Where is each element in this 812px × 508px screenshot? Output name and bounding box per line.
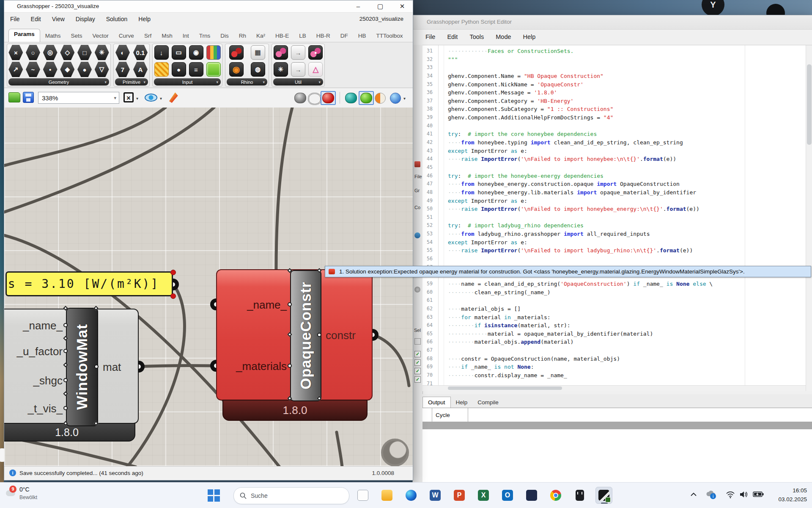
strip-checkbox-2[interactable]: ✓ <box>414 359 421 366</box>
code-line-63[interactable]: 63····for material in _materials: <box>422 313 806 322</box>
gh-canvas[interactable]: ws = 3.10 [W/(m²K)] 1.8.0 WindowMat _nam… <box>4 108 413 466</box>
code-line-45[interactable]: 45 <box>422 163 806 172</box>
gh-tab-df[interactable]: DF <box>335 31 353 42</box>
component-icon-input-1-1[interactable]: ● <box>172 62 186 77</box>
component-icon-util-0-0[interactable] <box>274 45 288 60</box>
editor-tab-help[interactable]: Help <box>451 397 473 408</box>
code-line-31[interactable]: 31············Faces or ConstructionSets. <box>422 47 806 55</box>
code-line-59[interactable]: 59····name = clean_and_id_ep_string('Opa… <box>422 280 806 288</box>
code-line-37[interactable]: 37ghenv.Component.Category = 'HB-Energy' <box>422 97 806 105</box>
display-mode-icon[interactable] <box>390 93 401 104</box>
gh-tab-rh[interactable]: Rh <box>234 31 251 42</box>
preview-dropdown-icon[interactable]: ▾ <box>160 96 162 101</box>
taskbar-app-rhino-grasshopper[interactable] <box>595 487 612 504</box>
taskbar-app-powerpoint[interactable]: P <box>451 487 468 504</box>
taskbar-app-connector[interactable] <box>571 487 588 504</box>
code-line-52[interactable]: 52try: # import ladybug_rhino dependenci… <box>422 221 806 230</box>
code-line-55[interactable]: 55····raise ImportError('\nFailed to imp… <box>422 246 806 255</box>
taskbar-app-chrome[interactable] <box>547 487 564 504</box>
toolbar-group-label-util[interactable]: Util▾ <box>273 78 323 86</box>
component-icon-primitive-0-1[interactable]: 0.1 <box>133 45 148 60</box>
gh-tab-params[interactable]: Params <box>8 29 40 42</box>
windowmat-input-tvis[interactable]: _t_vis_ <box>4 402 63 415</box>
code-line-47[interactable]: 47····from honeybee_energy.construction.… <box>422 180 806 188</box>
code-line-46[interactable]: 46try: # import the honeybee-energy depe… <box>422 172 806 180</box>
editor-titlebar[interactable]: Grasshopper Python Script Editor <box>413 15 812 30</box>
editor-menu-help[interactable]: Help <box>523 33 536 40</box>
code-editor[interactable]: 31············Faces or ConstructionSets.… <box>422 45 812 391</box>
gh-menu-edit[interactable]: Edit <box>31 16 41 22</box>
component-icon-geometry-1-2[interactable]: • <box>43 62 58 77</box>
taskbar-app-file-explorer[interactable] <box>379 487 395 504</box>
gh-tab-srf[interactable]: Srf <box>139 31 156 42</box>
code-line-33[interactable]: 33 <box>422 64 806 72</box>
editor-menu-file[interactable]: File <box>425 33 435 40</box>
component-icon-input-0-2[interactable]: ◉ <box>189 45 203 60</box>
tray-chevron-up-icon[interactable] <box>690 491 697 499</box>
taskbar-app-notes-app[interactable] <box>523 487 540 504</box>
code-line-49[interactable]: 49except ImportError as e: <box>422 197 806 205</box>
component-icon-geometry-0-0[interactable]: × <box>8 45 23 60</box>
code-line-40[interactable]: 40 <box>422 122 806 130</box>
component-icon-primitive-1-0[interactable]: 7 <box>115 62 130 77</box>
component-icon-util-0-2[interactable]: • <box>308 45 323 60</box>
paint-brush-icon[interactable] <box>167 92 178 103</box>
solution-error-bar[interactable]: 1. Solution exception:Expected opaque en… <box>325 266 811 277</box>
clock[interactable]: 16:05 03.02.2025 <box>760 486 807 504</box>
gh-tab-tttoolbox[interactable]: TTToolbox <box>371 31 408 42</box>
component-icon-primitive-1-1[interactable]: A <box>133 62 148 77</box>
code-line-68[interactable]: 68····constr = OpaqueConstruction(name, … <box>422 355 806 363</box>
code-line-32[interactable]: 32""" <box>422 55 806 64</box>
component-icon-rhino-0-1[interactable]: ▦ <box>251 45 265 60</box>
editor-menu-tools[interactable]: Tools <box>469 33 484 40</box>
toolbar-group-label-rhino[interactable]: Rhino▾ <box>227 78 267 86</box>
display-mode-dropdown-icon[interactable]: ▾ <box>403 96 406 101</box>
grid-scroll-strip[interactable] <box>422 422 812 429</box>
code-vscrollbar[interactable] <box>806 45 812 391</box>
code-line-53[interactable]: 53····from ladybug_rhino.grasshopper imp… <box>422 230 806 238</box>
component-icon-geometry-0-1[interactable]: ○ <box>26 45 40 60</box>
gh-tab-msh[interactable]: Msh <box>156 31 178 42</box>
component-icon-input-1-3[interactable] <box>206 62 221 77</box>
gh-tab-int[interactable]: Int <box>178 31 194 42</box>
strip-checkbox-4[interactable]: ✓ <box>414 376 421 383</box>
toolbar-group-label-geometry[interactable]: Geometry▾ <box>8 78 109 86</box>
component-icon-rhino-1-1[interactable]: ◍ <box>251 62 265 77</box>
taskbar-app-word[interactable]: W <box>427 487 444 504</box>
code-line-62[interactable]: 62····material_objs = [] <box>422 305 806 313</box>
code-hscrollbar[interactable] <box>422 385 806 391</box>
gh-menu-display[interactable]: Display <box>76 16 95 22</box>
taskbar-app-outlook[interactable]: O <box>499 487 516 504</box>
gh-titlebar[interactable]: Grasshopper - 250203_visualize – ▢ ✕ <box>4 0 413 13</box>
component-icon-geometry-1-1[interactable]: ~ <box>26 62 40 77</box>
component-icon-primitive-0-0[interactable]: ◐ <box>115 45 130 60</box>
gh-tab-dis[interactable]: Dis <box>215 31 234 42</box>
component-icon-util-1-0[interactable]: ✳ <box>274 62 288 77</box>
windowmat-output-mat[interactable]: mat <box>103 361 121 374</box>
open-file-icon[interactable] <box>8 92 20 102</box>
component-icon-util-1-2[interactable]: △ <box>308 62 323 77</box>
gh-tab-sets[interactable]: Sets <box>66 31 88 42</box>
component-icon-geometry-1-3[interactable]: ◆ <box>60 62 74 77</box>
toolbar-group-label-input[interactable]: Input▾ <box>154 78 221 86</box>
save-file-icon[interactable] <box>23 92 34 103</box>
search-box[interactable]: Suche <box>233 487 349 504</box>
code-line-41[interactable]: 41try: # import the core honeybee depend… <box>422 130 806 138</box>
gh-menu-help[interactable]: Help <box>138 16 151 22</box>
editor-menu-mode[interactable]: Mode <box>496 33 511 40</box>
code-line-35[interactable]: 35ghenv.Component.NickName = 'OpaqueCons… <box>422 80 806 89</box>
code-line-42[interactable]: 42····from honeybee.typing import clean_… <box>422 138 806 147</box>
code-line-70[interactable]: 70········constr.display_name = _name_ <box>422 371 806 380</box>
strip-checkbox-1[interactable]: ✓ <box>414 351 421 357</box>
code-line-34[interactable]: 34ghenv.Component.Name = "HB Opaque Cons… <box>422 72 806 80</box>
start-button[interactable] <box>207 489 220 502</box>
close-icon[interactable]: ✕ <box>395 2 409 11</box>
code-line-56[interactable]: 56 <box>422 255 806 263</box>
component-icon-input-0-1[interactable]: ▭ <box>172 45 186 60</box>
zoom-dropdown[interactable]: 338% ▾ <box>38 92 119 104</box>
strip-checkbox-3[interactable]: ✓ <box>414 368 421 374</box>
preview-off-icon[interactable] <box>294 93 306 103</box>
taskbar-app-edge[interactable] <box>403 487 420 504</box>
code-line-44[interactable]: 44····raise ImportError('\nFailed to imp… <box>422 155 806 163</box>
preview-eye-icon[interactable] <box>145 94 157 102</box>
